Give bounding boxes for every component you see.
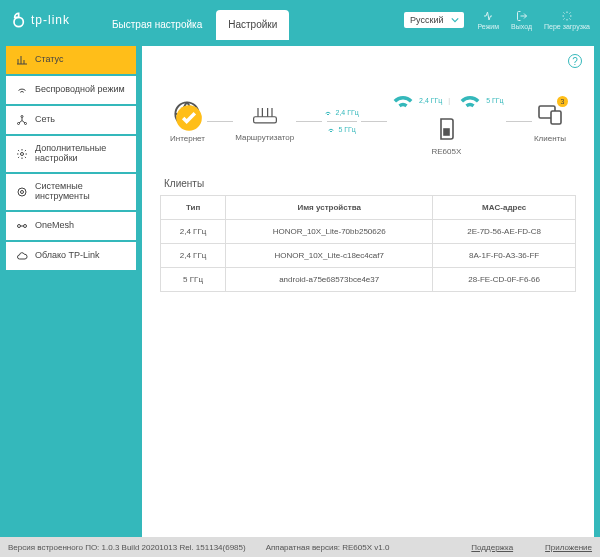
sidebar-item-cloud[interactable]: Облако TP-Link [6, 242, 136, 270]
app-link[interactable]: Приложение [545, 543, 592, 552]
wifi-small-icon [324, 109, 332, 117]
onemesh-icon [16, 220, 28, 232]
cell-mac: 28-FE-CD-0F-F6-66 [433, 268, 576, 292]
topo-clients[interactable]: 3 Клиенты [534, 100, 566, 143]
cell-type: 2,4 ГГц [161, 244, 226, 268]
reload-button[interactable]: Пере загрузка [544, 10, 590, 30]
hardware-version: Аппаратная версия: RE605X v1.0 [266, 543, 390, 552]
tools-icon [16, 186, 28, 198]
reload-icon [561, 10, 573, 22]
cell-type: 5 ГГц [161, 268, 226, 292]
cell-type: 2,4 ГГц [161, 220, 226, 244]
sidebar-item-network[interactable]: Сеть [6, 106, 136, 134]
gear-icon [16, 148, 28, 160]
chevron-down-icon [451, 16, 459, 24]
header-tabs: Быстрая настройка Настройки [100, 0, 289, 40]
table-header-row: Тип Имя устройства MAC-адрес [161, 196, 576, 220]
logo-icon [10, 12, 26, 28]
brand-text: tp-link [31, 13, 70, 27]
svg-point-8 [24, 224, 27, 227]
header-icons: Режим Выход Пере загрузка [478, 10, 591, 30]
sidebar-item-onemesh[interactable]: OneMesh [6, 212, 136, 240]
cell-name: HONOR_10X_Lite-70bb250626 [226, 220, 433, 244]
svg-point-5 [18, 188, 26, 196]
svg-point-1 [21, 116, 23, 118]
firmware-version: Версия встроенного ПО: 1.0.3 Build 20201… [8, 543, 246, 552]
content: ? Интернет Маршрутизатор 2,4 ГГц 5 ГГц [142, 46, 594, 537]
sidebar-item-advanced[interactable]: Дополнительные настройки [6, 136, 136, 172]
col-type: Тип [161, 196, 226, 220]
extender-icon [432, 115, 460, 143]
svg-rect-11 [253, 116, 276, 122]
sidebar-item-status[interactable]: Статус [6, 46, 136, 74]
table-row: 2,4 ГГцHONOR_10X_Lite-70bb2506262E-7D-56… [161, 220, 576, 244]
wifi-small-icon [389, 86, 417, 114]
cell-name: HONOR_10X_Lite-c18ec4caf7 [226, 244, 433, 268]
header: tp-link Быстрая настройка Настройки Русс… [0, 0, 600, 40]
clients-count-badge: 3 [557, 96, 568, 107]
topo-internet: Интернет [170, 100, 205, 143]
wifi-small-icon [456, 86, 484, 114]
section-title-clients: Клиенты [164, 178, 576, 189]
tab-quick-setup[interactable]: Быстрая настройка [100, 10, 214, 40]
language-value: Русский [410, 15, 443, 25]
chart-icon [16, 54, 28, 66]
table-row: 5 ГГцandroid-a75e68573bce4e3728-FE-CD-0F… [161, 268, 576, 292]
topo-router: Маршрутизатор [235, 101, 294, 142]
router-icon [251, 101, 279, 129]
sidebar: Статус Беспроводной режим Сеть Дополните… [6, 46, 136, 537]
logo: tp-link [10, 12, 80, 28]
svg-point-0 [14, 17, 23, 26]
cell-mac: 2E-7D-56-AE-FD-C8 [433, 220, 576, 244]
wifi-icon [16, 84, 28, 96]
support-link[interactable]: Поддержка [471, 543, 513, 552]
svg-point-6 [21, 190, 24, 193]
mode-button[interactable]: Режим [478, 10, 500, 30]
tab-settings[interactable]: Настройки [216, 10, 289, 40]
clients-table: Тип Имя устройства MAC-адрес 2,4 ГГцHONO… [160, 195, 576, 292]
col-mac: MAC-адрес [433, 196, 576, 220]
logout-icon [516, 10, 528, 22]
wifi-small-icon [327, 126, 335, 134]
sidebar-item-system[interactable]: Системные инструменты [6, 174, 136, 210]
svg-point-7 [18, 224, 21, 227]
cloud-icon [16, 250, 28, 262]
topo-device: 2,4 ГГц | 5 ГГц RE605X [389, 86, 504, 156]
language-select[interactable]: Русский [404, 12, 463, 28]
main: Статус Беспроводной режим Сеть Дополните… [0, 40, 600, 537]
cell-mac: 8A-1F-F0-A3-36-FF [433, 244, 576, 268]
svg-rect-12 [444, 129, 449, 135]
topo-bands-left: 2,4 ГГц 5 ГГц [324, 109, 358, 134]
svg-rect-14 [551, 111, 561, 124]
sidebar-item-wireless[interactable]: Беспроводной режим [6, 76, 136, 104]
network-icon [16, 114, 28, 126]
logout-button[interactable]: Выход [511, 10, 532, 30]
svg-point-4 [21, 152, 24, 155]
table-row: 2,4 ГГцHONOR_10X_Lite-c18ec4caf78A-1F-F0… [161, 244, 576, 268]
footer: Версия встроенного ПО: 1.0.3 Build 20201… [0, 537, 600, 557]
col-name: Имя устройства [226, 196, 433, 220]
mode-icon [482, 10, 494, 22]
help-button[interactable]: ? [568, 54, 582, 68]
topology: Интернет Маршрутизатор 2,4 ГГц 5 ГГц 2,4… [160, 56, 576, 164]
check-badge-icon [175, 104, 203, 132]
cell-name: android-a75e68573bce4e37 [226, 268, 433, 292]
